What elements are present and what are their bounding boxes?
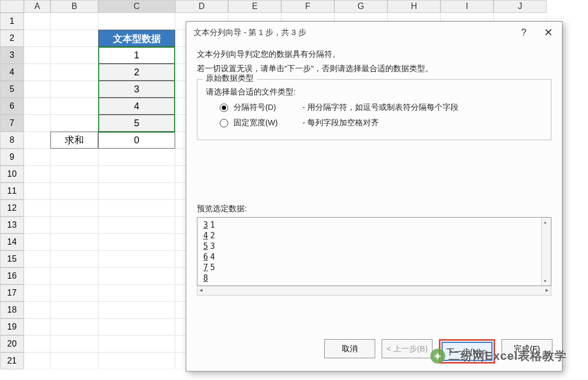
preview-horizontal-scrollbar[interactable]: ◂ ▸ [197,286,551,296]
row-header-4[interactable]: 4 [0,64,24,81]
cell-B10[interactable] [50,166,98,183]
row-header-7[interactable]: 7 [0,115,24,132]
row-header-14[interactable]: 14 [0,234,24,251]
cell-B5[interactable] [50,81,98,98]
cell-A16[interactable] [24,267,50,284]
cell-A7[interactable] [24,115,50,132]
cell-B9[interactable] [50,149,98,166]
cell-C18[interactable] [98,301,175,318]
col-header-C[interactable]: C [98,0,175,13]
row-header-8[interactable]: 8 [0,132,24,149]
cell-A19[interactable] [24,318,50,335]
row-header-13[interactable]: 13 [0,217,24,234]
cell-B18[interactable] [50,301,98,318]
next-button[interactable]: 下一步(N) > [442,342,492,361]
cell-A6[interactable] [24,98,50,115]
radio-fixed-width[interactable] [220,119,228,127]
cell-A12[interactable] [24,200,50,217]
row-header-6[interactable]: 6 [0,98,24,115]
row-header-10[interactable]: 10 [0,166,24,183]
col-header-B[interactable]: B [50,0,98,13]
col-header-I[interactable]: I [440,0,494,13]
table-value-1[interactable]: 1 [98,47,175,64]
cell-B13[interactable] [50,217,98,234]
cell-C20[interactable] [98,335,175,352]
row-header-17[interactable]: 17 [0,284,24,301]
cell-B1[interactable] [50,13,98,30]
table-value-4[interactable]: 4 [98,98,175,115]
cell-A18[interactable] [24,301,50,318]
row-header-2[interactable]: 2 [0,30,24,47]
cell-B17[interactable] [50,284,98,301]
cell-C13[interactable] [98,217,175,234]
preview-vertical-scrollbar[interactable]: ▴ ▾ [541,218,551,286]
row-header-1[interactable]: 1 [0,13,24,30]
row-header-12[interactable]: 12 [0,200,24,217]
cell-C9[interactable] [98,149,175,166]
cell-B15[interactable] [50,251,98,267]
cell-A13[interactable] [24,217,50,234]
cell-C14[interactable] [98,234,175,251]
cell-C10[interactable] [98,166,175,183]
row-header-15[interactable]: 15 [0,251,24,267]
cell-C15[interactable] [98,251,175,267]
radio-fixed-row[interactable]: 固定宽度(W) - 每列字段加空格对齐 [220,118,542,128]
cell-B14[interactable] [50,234,98,251]
table-value-2[interactable]: 2 [98,64,175,81]
cell-A4[interactable] [24,64,50,81]
cell-C11[interactable] [98,183,175,200]
cell-B4[interactable] [50,64,98,81]
cell-A3[interactable] [24,47,50,64]
row-header-19[interactable]: 19 [0,318,24,335]
cell-A20[interactable] [24,335,50,352]
cell-A17[interactable] [24,284,50,301]
cell-B7[interactable] [50,115,98,132]
cell-B19[interactable] [50,318,98,335]
row-header-16[interactable]: 16 [0,267,24,284]
cell-A9[interactable] [24,149,50,166]
scroll-up-icon[interactable]: ▴ [543,219,547,226]
cell-B6[interactable] [50,98,98,115]
cell-B12[interactable] [50,200,98,217]
back-button[interactable]: < 上一步(B) [382,339,433,358]
radio-delimited-row[interactable]: 分隔符号(D) - 用分隔字符，如逗号或制表符分隔每个字段 [220,102,542,113]
col-header-H[interactable]: H [387,0,440,13]
cancel-button[interactable]: 取消 [324,339,375,358]
scroll-down-icon[interactable]: ▾ [543,278,547,284]
select-all-corner[interactable] [0,0,24,13]
dialog-titlebar[interactable]: 文本分列向导 - 第 1 步，共 3 步 ? ✕ [186,22,562,43]
col-header-G[interactable]: G [334,0,387,13]
cell-B3[interactable] [50,47,98,64]
col-header-A[interactable]: A [24,0,50,13]
row-header-5[interactable]: 5 [0,81,24,98]
cell-A11[interactable] [24,183,50,200]
cell-C19[interactable] [98,318,175,335]
cell-C17[interactable] [98,284,175,301]
scroll-right-icon[interactable]: ▸ [546,287,549,293]
cell-A15[interactable] [24,251,50,267]
cell-A2[interactable] [24,30,50,47]
cell-B21[interactable] [50,352,98,369]
sum-value[interactable]: 0 [98,132,175,149]
row-header-9[interactable]: 9 [0,149,24,166]
table-header[interactable]: 文本型数据 [98,30,175,47]
cell-B2[interactable] [50,30,98,47]
col-header-D[interactable]: D [175,0,228,13]
cell-C16[interactable] [98,267,175,284]
cell-A5[interactable] [24,81,50,98]
cell-C21[interactable] [98,352,175,369]
cell-B11[interactable] [50,183,98,200]
row-header-3[interactable]: 3 [0,47,24,64]
col-header-E[interactable]: E [228,0,281,13]
cell-C12[interactable] [98,200,175,217]
close-button[interactable]: ✕ [542,22,555,43]
cell-A14[interactable] [24,234,50,251]
table-value-3[interactable]: 3 [98,81,175,98]
row-header-21[interactable]: 21 [0,352,24,369]
cell-A21[interactable] [24,352,50,369]
cell-B20[interactable] [50,335,98,352]
help-button[interactable]: ? [517,22,530,43]
row-header-20[interactable]: 20 [0,335,24,352]
row-header-11[interactable]: 11 [0,183,24,200]
col-header-F[interactable]: F [281,0,334,13]
